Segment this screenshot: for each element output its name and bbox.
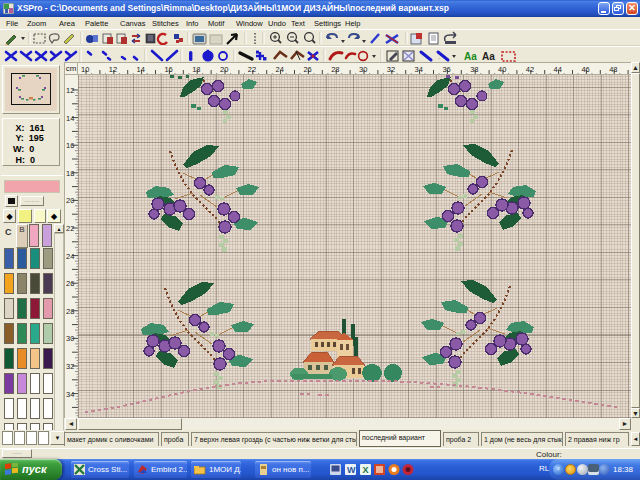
svg-text:16: 16 <box>66 141 74 150</box>
svg-text:24: 24 <box>66 252 74 261</box>
svg-text:30: 30 <box>359 65 367 74</box>
svg-text:38: 38 <box>470 65 478 74</box>
svg-text:46: 46 <box>581 65 589 74</box>
svg-text:28: 28 <box>66 307 74 316</box>
svg-text:42: 42 <box>526 65 534 74</box>
svg-text:12: 12 <box>109 65 117 74</box>
svg-text:W: W <box>347 465 356 475</box>
svg-text:32: 32 <box>66 362 74 371</box>
svg-text:48: 48 <box>609 65 617 74</box>
svg-text:X: X <box>363 465 369 475</box>
svg-text:18: 18 <box>192 65 200 74</box>
svg-text:40: 40 <box>498 65 506 74</box>
svg-text:14: 14 <box>66 114 74 123</box>
svg-text:26: 26 <box>66 279 74 288</box>
svg-text:16: 16 <box>164 65 172 74</box>
svg-text:10: 10 <box>81 65 89 74</box>
svg-text:22: 22 <box>66 224 74 233</box>
svg-text:18: 18 <box>66 169 74 178</box>
svg-text:28: 28 <box>331 65 339 74</box>
svg-text:14: 14 <box>137 65 145 74</box>
svg-text:Aa: Aa <box>464 51 477 62</box>
svg-text:32: 32 <box>387 65 395 74</box>
svg-text:12: 12 <box>66 86 74 95</box>
svg-text:26: 26 <box>303 65 311 74</box>
svg-text:Aa: Aa <box>482 51 495 62</box>
svg-text:20: 20 <box>66 196 74 205</box>
svg-text:22: 22 <box>248 65 256 74</box>
svg-text:20: 20 <box>220 65 228 74</box>
svg-text:34: 34 <box>415 65 423 74</box>
svg-text:44: 44 <box>554 65 562 74</box>
svg-text:24: 24 <box>276 65 284 74</box>
svg-text:36: 36 <box>442 65 450 74</box>
svg-text:30: 30 <box>66 334 74 343</box>
svg-text:34: 34 <box>66 390 74 399</box>
